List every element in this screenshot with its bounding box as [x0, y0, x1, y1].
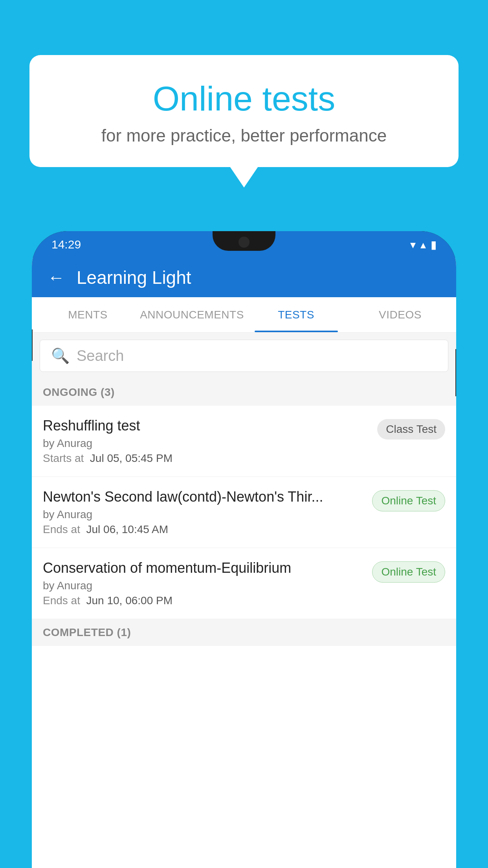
- test-date: Ends at Jul 06, 10:45 AM: [43, 523, 364, 536]
- phone-screen: ← Learning Light MENTS ANNOUNCEMENTS TES…: [32, 258, 456, 868]
- back-button[interactable]: ←: [48, 268, 65, 287]
- test-item[interactable]: Newton's Second law(contd)-Newton's Thir…: [32, 477, 456, 548]
- speech-bubble: Online tests for more practice, better p…: [29, 55, 459, 167]
- test-info: Newton's Second law(contd)-Newton's Thir…: [43, 489, 372, 536]
- phone-volume-button: [32, 329, 33, 361]
- test-info: Conservation of momentum-Equilibrium by …: [43, 560, 372, 607]
- test-author: by Anurag: [43, 437, 369, 450]
- test-title: Conservation of momentum-Equilibrium: [43, 560, 364, 576]
- status-icons: ▾ ▴ ▮: [410, 238, 437, 251]
- search-input[interactable]: Search: [77, 348, 124, 364]
- test-item[interactable]: Reshuffling test by Anurag Starts at Jul…: [32, 406, 456, 477]
- search-icon: 🔍: [51, 347, 70, 364]
- test-badge-online: Online Test: [372, 490, 445, 511]
- phone-power-button: [455, 349, 456, 396]
- tab-bar: MENTS ANNOUNCEMENTS TESTS VIDEOS: [32, 297, 456, 333]
- tab-videos[interactable]: VIDEOS: [348, 297, 452, 332]
- test-info: Reshuffling test by Anurag Starts at Jul…: [43, 417, 377, 465]
- status-time: 14:29: [51, 238, 81, 251]
- test-badge-online: Online Test: [372, 561, 445, 583]
- test-badge-class: Class Test: [377, 419, 445, 440]
- test-author: by Anurag: [43, 579, 364, 592]
- signal-icon: ▴: [420, 238, 426, 251]
- tab-tests[interactable]: TESTS: [244, 297, 348, 332]
- test-list: Reshuffling test by Anurag Starts at Jul…: [32, 406, 456, 619]
- test-author: by Anurag: [43, 508, 364, 521]
- test-item[interactable]: Conservation of momentum-Equilibrium by …: [32, 548, 456, 619]
- ongoing-section-label: ONGOING (3): [32, 379, 456, 406]
- test-title: Reshuffling test: [43, 417, 369, 434]
- notch-camera: [238, 237, 250, 248]
- search-bar[interactable]: 🔍 Search: [40, 340, 448, 372]
- app-title: Learning Light: [77, 267, 191, 288]
- app-header: ← Learning Light: [32, 258, 456, 297]
- tab-ments[interactable]: MENTS: [36, 297, 140, 332]
- battery-icon: ▮: [431, 238, 437, 251]
- test-title: Newton's Second law(contd)-Newton's Thir…: [43, 489, 364, 505]
- phone-notch: [213, 231, 275, 251]
- status-bar: 14:29 ▾ ▴ ▮: [32, 231, 456, 258]
- tab-announcements[interactable]: ANNOUNCEMENTS: [140, 297, 244, 332]
- test-date: Ends at Jun 10, 06:00 PM: [43, 594, 364, 607]
- speech-bubble-subtitle: for more practice, better performance: [61, 126, 427, 145]
- wifi-icon: ▾: [410, 238, 416, 251]
- search-bar-wrapper: 🔍 Search: [32, 333, 456, 379]
- test-date: Starts at Jul 05, 05:45 PM: [43, 452, 369, 465]
- speech-bubble-title: Online tests: [61, 79, 427, 119]
- completed-section-label: COMPLETED (1): [32, 619, 456, 646]
- phone-frame: 14:29 ▾ ▴ ▮ ← Learning Light MENTS ANNOU…: [32, 231, 456, 868]
